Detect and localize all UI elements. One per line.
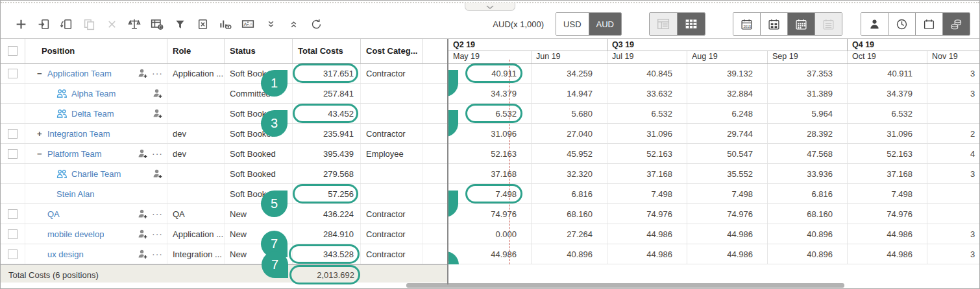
more-actions-icon[interactable]: ···	[152, 71, 163, 76]
month-cost-cell: 37.168	[607, 164, 687, 183]
callout-ellipse	[289, 244, 360, 264]
assign-resource-icon[interactable]	[137, 229, 148, 240]
assign-resource-icon[interactable]	[152, 88, 163, 99]
position-link[interactable]: ux design	[47, 249, 84, 259]
position-link[interactable]: Integration Team	[47, 129, 110, 139]
assign-resource-icon[interactable]	[137, 148, 148, 159]
month-cost-cell: 14.947	[532, 84, 607, 103]
more-actions-icon[interactable]: ···	[152, 251, 163, 257]
role-cell	[167, 164, 225, 183]
grid-view-icon[interactable]	[677, 13, 705, 35]
delete-icon[interactable]	[104, 17, 119, 31]
month-cost-cell: 32.884	[687, 84, 768, 103]
months-calendar-icon[interactable]	[787, 13, 815, 35]
position-link[interactable]: Charlie Team	[71, 169, 121, 179]
table-row: mobile develop···Application ...New284.9…	[1, 224, 447, 244]
row-checkbox[interactable]	[8, 129, 18, 139]
collapse-all-icon[interactable]	[263, 17, 278, 31]
position-link[interactable]: QA	[47, 209, 60, 219]
month-header[interactable]: Nov 19	[927, 51, 979, 63]
table-row: −Platform Team···devSoft Booked395.439Em…	[1, 144, 447, 164]
add-icon[interactable]	[14, 17, 28, 31]
currency-aud-button[interactable]: AUD	[589, 13, 621, 35]
clock-icon[interactable]	[888, 13, 915, 35]
position-link[interactable]: Platform Team	[47, 149, 102, 159]
add-from-template-icon[interactable]	[59, 17, 73, 31]
expand-all-icon[interactable]	[286, 17, 300, 31]
table-row-months: 52.16345.95252.16350.54747.56852.1634	[448, 144, 979, 164]
expander-toggle[interactable]: −	[37, 149, 47, 159]
assign-resource-icon[interactable]	[137, 249, 148, 260]
cost-category-cell	[361, 164, 423, 183]
assign-resource-icon[interactable]	[137, 209, 148, 220]
column-header-position[interactable]: Position	[25, 39, 167, 63]
currency-usd-button[interactable]: USD	[556, 13, 588, 35]
month-header[interactable]: Jul 19	[607, 51, 687, 63]
position-link[interactable]: Stein Alan	[56, 189, 95, 199]
refresh-icon[interactable]	[309, 17, 323, 31]
select-all-checkbox[interactable]	[8, 46, 18, 56]
horizontal-scrollbar-thumb[interactable]	[406, 283, 844, 288]
table-row: −Application Team···Application ...Soft …	[1, 64, 447, 84]
table-row-months: 37.16832.32037.16835.55233.93637.1683	[448, 164, 979, 184]
position-link[interactable]: mobile develop	[47, 229, 104, 239]
month-cost-cell: 37.168	[448, 164, 532, 183]
assign-resource-icon[interactable]	[152, 108, 163, 119]
month-cost-cell: 74.976	[848, 204, 927, 224]
expander-toggle[interactable]: −	[37, 69, 47, 78]
row-checkbox[interactable]	[8, 249, 18, 259]
month-cost-cell: 44.986	[607, 244, 687, 264]
month-cost-cell: 39.132	[687, 64, 768, 83]
column-header-role[interactable]: Role	[167, 39, 225, 63]
month-cost-cell: 7.498	[607, 184, 687, 203]
total-costs-cell: 317.6511	[293, 64, 361, 83]
row-checkbox[interactable]	[8, 149, 18, 159]
assign-resource-icon[interactable]	[152, 168, 163, 179]
total-costs-cell: 395.439	[293, 144, 361, 163]
export-excel-icon[interactable]	[195, 17, 210, 31]
more-actions-icon[interactable]: ···	[152, 211, 163, 216]
callout-ellipse	[293, 184, 358, 203]
role-cell: dev	[167, 144, 225, 163]
person-icon[interactable]	[861, 13, 888, 35]
month-cost-cell: 34.379	[848, 84, 927, 103]
add-position-icon[interactable]	[36, 17, 51, 31]
table-settings-icon[interactable]	[150, 17, 164, 31]
month-header[interactable]: Oct 19	[848, 51, 927, 63]
row-checkbox[interactable]	[8, 69, 18, 78]
rename-icon[interactable]: AA	[241, 17, 255, 31]
filter-icon[interactable]	[173, 17, 187, 31]
calendar-icon[interactable]	[915, 13, 942, 35]
column-header-status[interactable]: Status	[225, 39, 293, 63]
years-calendar-icon[interactable]: 2015	[733, 13, 760, 35]
position-link[interactable]: Application Team	[47, 69, 112, 78]
row-checkbox[interactable]	[8, 229, 18, 239]
month-cost-cell: 31.389	[768, 84, 848, 103]
compare-scenarios-icon[interactable]	[127, 17, 141, 31]
callout-ellipse	[465, 104, 522, 123]
month-cost-cell: 40.845	[607, 64, 687, 83]
month-cost-cell: 3	[927, 164, 979, 183]
assign-resource-icon[interactable]	[137, 68, 148, 79]
role-cell	[167, 184, 225, 203]
position-link[interactable]: Alpha Team	[71, 89, 116, 98]
position-cell: −Application Team···	[25, 64, 167, 83]
month-header[interactable]: Sep 19	[768, 51, 848, 63]
quarters-calendar-icon[interactable]	[760, 13, 787, 35]
form-view-icon[interactable]	[650, 13, 677, 35]
coins-icon[interactable]	[942, 13, 970, 35]
copy-icon[interactable]	[82, 17, 96, 31]
weeks-calendar-icon[interactable]	[815, 13, 842, 35]
month-header[interactable]: Aug 19	[687, 51, 768, 63]
position-link[interactable]: Delta Team	[71, 109, 114, 119]
more-actions-icon[interactable]: ···	[152, 151, 163, 156]
row-action-icons: ···	[137, 229, 167, 240]
expander-toggle[interactable]: +	[37, 129, 47, 139]
more-actions-icon[interactable]: ···	[152, 231, 163, 237]
column-header-cost-category[interactable]: Cost Categ...	[361, 39, 423, 63]
row-checkbox[interactable]	[8, 209, 18, 219]
column-header-total-costs[interactable]: Total Costs	[293, 39, 361, 63]
month-header[interactable]: Jun 19	[532, 51, 607, 63]
month-header[interactable]: May 19	[448, 51, 532, 63]
chart-view-icon[interactable]	[218, 17, 232, 31]
